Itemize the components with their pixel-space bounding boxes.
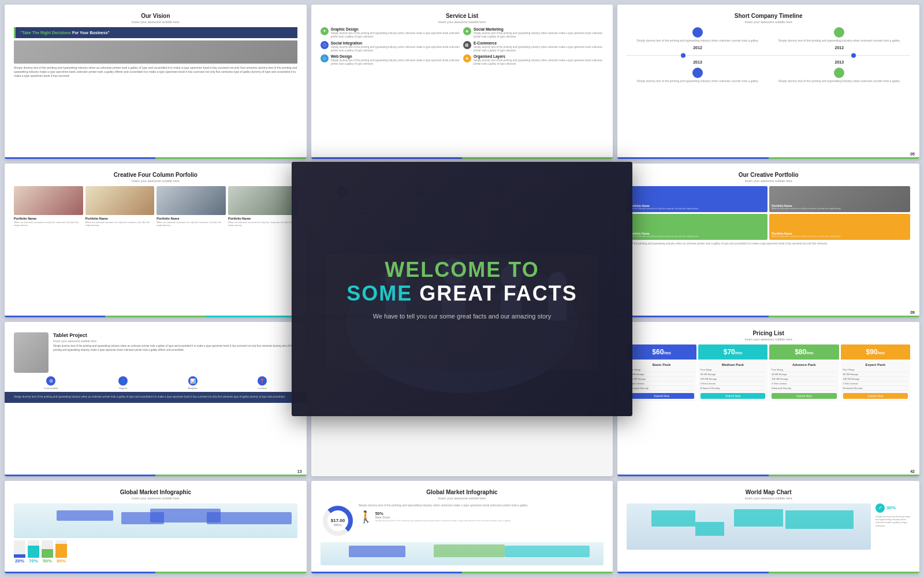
- service-name: Graphic Design: [331, 27, 461, 31]
- service-grid: ✦ Graphic Design Simply dummy text of th…: [321, 27, 604, 66]
- service-item: ⬡ Social Integration Simply dummy text o…: [321, 41, 461, 53]
- price-feature: 100 GB Storage: [701, 377, 765, 381]
- pct-bar-fill: [42, 549, 53, 558]
- vision-body: Simply dummy text of the printing and ty…: [14, 66, 297, 78]
- price-body-advance: Advance Pack Free Setup 40 GB Storage 10…: [769, 360, 839, 401]
- price-col-medium: $70/mo Medium Pack Free Setup 20 GB Stor…: [698, 344, 767, 401]
- tablet-info: Tablet Project Insert your awesome subti…: [53, 332, 297, 373]
- slide-number: 42: [910, 469, 915, 473]
- welcome-line2: SOME GREAT FACTS: [346, 281, 577, 306]
- pct-num: 70%: [28, 558, 39, 564]
- bottom-bar: [5, 475, 307, 476]
- location-icon: 📍: [258, 376, 267, 386]
- tablet-body: Simply dummy text of the printing and ty…: [53, 344, 297, 352]
- submit-btn-expert[interactable]: Submit Now: [843, 393, 908, 399]
- wm-as: [785, 510, 854, 529]
- slide-our-vision: Our Vision Insert your awesome subtitle …: [5, 5, 307, 159]
- service-text: Social Marketing Simply dummy text of th…: [474, 27, 603, 39]
- price-feature: Free Setup: [701, 368, 765, 372]
- portfolio-item: Portfolio Name When an unknown survived …: [85, 186, 155, 227]
- slide3-subtitle: Insert your awesome subtitle here: [627, 20, 910, 24]
- timeline-icon: [692, 27, 703, 38]
- map-world: [14, 503, 297, 538]
- submit-btn-basic[interactable]: Submit Now: [629, 393, 694, 399]
- dark-section: Simply dummy text of the printing and ty…: [5, 392, 307, 402]
- wm-stat-pct: 30%: [886, 505, 896, 510]
- male-share-pct: 50%: [375, 512, 511, 516]
- continent-eu: [434, 544, 505, 557]
- timeline-icon: [834, 68, 844, 78]
- bar-blue: [5, 157, 155, 159]
- portfolio-name: Portfolio Name: [228, 217, 297, 220]
- donut-chart: $17.00 Million: [321, 503, 355, 538]
- timeline-year: 2012: [835, 46, 844, 50]
- slide-service-list: Service List Insert your awesome subtitl…: [311, 5, 613, 159]
- price-body-expert: Expert Pack Free Setup 80 GB Storage 100…: [841, 360, 910, 401]
- submit-btn-medium[interactable]: Submit Now: [701, 393, 765, 399]
- pct-item: 70%: [28, 540, 39, 564]
- slide3-title: Short Company Timeline: [627, 13, 910, 19]
- price-name-expert: Expert Pack: [843, 362, 908, 368]
- slide6-title: Our Creative Portfolio: [627, 172, 910, 178]
- slide-tablet-project: Tablet Project Insert your awesome subti…: [5, 322, 307, 476]
- tablet-icon-customizable: ⚙ Customizable: [44, 376, 58, 390]
- world-map-small: [321, 542, 604, 565]
- price-feature: 10 GB Storage: [629, 372, 694, 377]
- price-col-expert: $90/mo Expert Pack Free Setup 80 GB Stor…: [841, 344, 910, 401]
- price-feature: 20 GB Storage: [701, 372, 765, 377]
- slide2-title: Service List: [321, 13, 604, 19]
- submit-btn-advance[interactable]: Submit Now: [772, 393, 836, 399]
- portfolio-img-3: [157, 186, 226, 215]
- price-feature: 1 Year License: [629, 381, 694, 386]
- slide-global-market-1: Global Market Infographic Insert your aw…: [5, 481, 307, 573]
- timeline-desc: Simply dummy text of the printing and ty…: [636, 79, 758, 83]
- portfolio-desc: When an unknown survived not only five c…: [157, 221, 226, 227]
- wm-stat-row: ✓ 30%: [875, 503, 910, 513]
- pct-bar: [55, 540, 67, 558]
- cp-desc: When an unknown survived not only five c…: [629, 208, 698, 210]
- wm-stat-icon: ✓: [875, 503, 885, 513]
- bottom-bar: [5, 316, 307, 317]
- bar-blue: [617, 572, 768, 573]
- service-desc: Simply dummy text of the printing and ty…: [331, 46, 461, 53]
- cp-desc: When an unknown survived not only five c…: [772, 235, 841, 238]
- world-map-left: [627, 503, 871, 550]
- bar-blue: [5, 475, 155, 476]
- price-header-medium: $70/mo: [698, 344, 767, 360]
- timeline-line-container: [627, 53, 910, 58]
- cp-item: Portfolio Name When an unknown survived …: [627, 186, 767, 212]
- slide12-title: World Map Chart: [627, 489, 910, 495]
- price-amount-advance: $80/mo: [772, 348, 836, 356]
- bar-green: [155, 572, 306, 573]
- welcome-subtitle: We have to tell you our some great facts…: [346, 313, 577, 320]
- timeline-icon: [692, 68, 703, 78]
- service-name: Social Integration: [331, 41, 461, 45]
- timeline-desc: Simply dummy text of the printing and ty…: [778, 39, 900, 42]
- wm-sa: [695, 522, 725, 536]
- map-continent-as: [207, 512, 292, 524]
- continent-na: [349, 546, 405, 557]
- bar-green: [769, 475, 919, 476]
- bar-green: [769, 316, 919, 317]
- price-body-medium: Medium Pack Free Setup 20 GB Storage 100…: [698, 360, 767, 401]
- male-share-text: 50% Male Share Simply dummy text of the …: [375, 512, 511, 522]
- tablet-image: [14, 332, 49, 373]
- timeline-icons-row: Simply dummy text of the printing and ty…: [627, 27, 910, 42]
- price-feature: Enhanced Security: [629, 386, 694, 391]
- slide4-subtitle: Insert your awesome subtitle here: [14, 179, 297, 183]
- price-col-advance: $80/mo Advance Pack Free Setup 40 GB Sto…: [769, 344, 839, 401]
- service-name: E-Commerce: [474, 41, 603, 45]
- vision-img-bg: [14, 40, 297, 64]
- bottom-bar: [5, 572, 307, 573]
- portfolio-item: Portfolio Name When an unknown survived …: [157, 186, 226, 227]
- tablet-title: Tablet Project: [53, 332, 297, 338]
- bottom-bar: [617, 316, 919, 317]
- timeline-icon-item: Simply dummy text of the printing and ty…: [636, 68, 758, 83]
- price-header-expert: $90/mo: [841, 344, 910, 360]
- welcome-great: GREAT FACTS: [419, 281, 577, 305]
- dark-body: Simply dummy text of the printing and ty…: [14, 395, 297, 399]
- service-icon-webdesign: ◇: [321, 54, 329, 62]
- timeline-years: 2012 2012: [627, 46, 910, 50]
- service-desc: Simply dummy text of the printing and ty…: [331, 32, 461, 39]
- portfolio-grid: Portfolio Name When an unknown survived …: [14, 186, 297, 227]
